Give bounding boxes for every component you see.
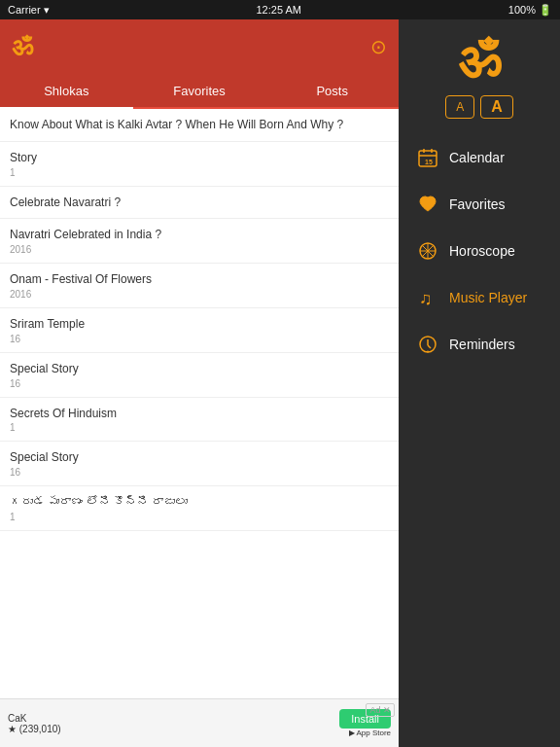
tab-posts[interactable]: Posts <box>265 74 399 107</box>
sidebar-favorites-label: Favorites <box>449 196 506 212</box>
ad-app-info: CaK ★ (239,010) <box>8 713 61 734</box>
sidebar-om-symbol: ॐ <box>458 35 501 86</box>
left-panel: ॐ ⊙ Shlokas Favorites Posts Know About W… <box>0 19 399 747</box>
list-item-meta: 16 <box>10 334 389 344</box>
sidebar: ॐ A A 15 Calendar <box>399 19 560 747</box>
list-item-title: Onam - Festival Of Flowers <box>10 271 389 288</box>
list-item[interactable]: Secrets Of Hinduism 1 <box>0 398 399 443</box>
list-item-title: Know About What is Kalki Avtar ? When He… <box>10 117 389 133</box>
sidebar-item-favorites[interactable]: Favorites <box>406 181 552 228</box>
list-item[interactable]: గరుడ పురాణం లోని కొన్ని రాజులు 1 <box>0 486 399 531</box>
list-item-title: గరుడ పురాణం లోని కొన్ని రాజులు <box>10 494 389 511</box>
header-om-symbol: ॐ <box>12 32 33 62</box>
tabs-bar: Shlokas Favorites Posts <box>0 74 399 109</box>
list-item-title: Story <box>10 150 389 166</box>
sidebar-music-label: Music Player <box>449 290 527 305</box>
sidebar-item-music-player[interactable]: ♫ Music Player <box>406 274 552 321</box>
svg-text:♫: ♫ <box>419 289 433 308</box>
list-item[interactable]: Sriram Temple 16 <box>0 308 399 353</box>
list-item-title: Special Story <box>10 449 389 466</box>
list-item-meta: 1 <box>10 167 389 178</box>
sidebar-item-horoscope[interactable]: Horoscope <box>406 228 552 274</box>
list-item-title: Secrets Of Hinduism <box>10 406 389 422</box>
sidebar-menu: 15 Calendar Favorites <box>399 134 560 368</box>
list-item-meta: 2016 <box>10 289 389 300</box>
list-item-meta: 1 <box>10 422 389 433</box>
list-item-meta: 2016 <box>10 244 389 255</box>
font-small-button[interactable]: A <box>445 95 474 119</box>
ad-store-badge: ▶ App Store <box>339 729 391 737</box>
list-item-title: Celebrate Navaratri ? <box>10 195 389 211</box>
font-large-button[interactable]: A <box>480 95 513 119</box>
ad-rating: ★ (239,010) <box>8 724 61 734</box>
sidebar-item-calendar[interactable]: 15 Calendar <box>406 134 552 181</box>
svg-text:15: 15 <box>425 159 433 165</box>
list-item-title: Navratri Celebrated in India ? <box>10 227 389 243</box>
sidebar-calendar-label: Calendar <box>449 150 505 165</box>
tab-shlokas[interactable]: Shlokas <box>0 74 133 107</box>
list-item[interactable]: Onam - Festival Of Flowers 2016 <box>0 264 399 308</box>
content-list[interactable]: Know About What is Kalki Avtar ? When He… <box>0 109 399 698</box>
list-item[interactable]: Special Story 16 <box>0 442 399 486</box>
list-item-meta: 16 <box>10 378 389 389</box>
svg-point-14 <box>427 351 429 353</box>
heart-icon <box>414 191 441 218</box>
list-item-title: Sriram Temple <box>10 316 389 333</box>
time: 12:25 AM <box>256 4 300 16</box>
svg-line-13 <box>428 345 431 348</box>
horoscope-icon <box>414 237 441 265</box>
battery: 100% 🔋 <box>508 4 552 17</box>
ad-banner: CaK ★ (239,010) Ad ✕ Install ▶ App Store <box>0 698 399 747</box>
reminders-icon <box>414 331 441 358</box>
sidebar-item-reminders[interactable]: Reminders <box>406 321 552 368</box>
calendar-icon: 15 <box>414 144 441 171</box>
list-item-meta: 16 <box>10 467 389 478</box>
list-item[interactable]: Know About What is Kalki Avtar ? When He… <box>0 109 399 142</box>
list-item-title: Special Story <box>10 361 389 377</box>
music-icon: ♫ <box>414 284 441 311</box>
list-item[interactable]: Story 1 <box>0 142 399 187</box>
list-item-meta: 1 <box>10 512 389 522</box>
list-item[interactable]: Special Story 16 <box>0 353 399 398</box>
ad-app-name: CaK <box>8 713 61 724</box>
list-item[interactable]: Celebrate Navaratri ? <box>0 187 399 220</box>
sidebar-horoscope-label: Horoscope <box>449 243 515 259</box>
list-item[interactable]: Navratri Celebrated in India ? 2016 <box>0 219 399 264</box>
main-layout: ॐ ⊙ Shlokas Favorites Posts Know About W… <box>0 19 560 747</box>
font-size-controls: A A <box>445 95 513 119</box>
app-header: ॐ ⊙ <box>0 19 399 74</box>
grid-icon[interactable]: ⊙ <box>370 35 387 58</box>
status-bar: Carrier ▾ 12:25 AM 100% 🔋 <box>0 0 560 19</box>
carrier: Carrier ▾ <box>8 4 50 17</box>
tab-favorites[interactable]: Favorites <box>133 74 266 107</box>
sidebar-reminders-label: Reminders <box>449 337 515 352</box>
ad-label[interactable]: Ad ✕ <box>366 703 395 717</box>
